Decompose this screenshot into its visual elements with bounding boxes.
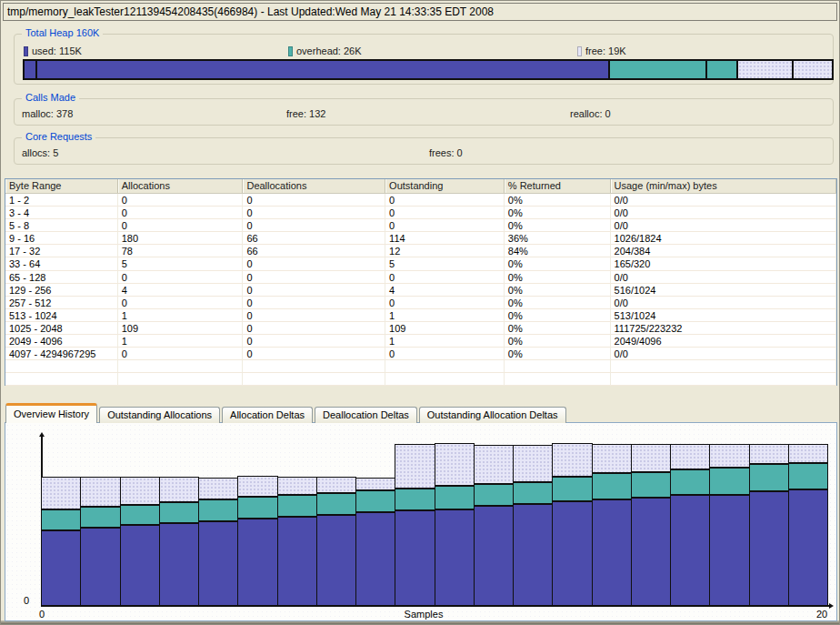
table-cell: 2049/4096 (611, 335, 836, 348)
calls-made-caption: Calls Made (22, 92, 79, 103)
chart-bar-free (513, 445, 553, 482)
y-axis-arrow-icon (39, 432, 45, 437)
column-header[interactable]: % Returned (505, 179, 611, 193)
tab-outstanding-allocations[interactable]: Outstanding Allocations (99, 407, 220, 423)
table-row[interactable] (5, 360, 836, 373)
table-cell (5, 373, 118, 386)
chart-bar-overhead (237, 497, 277, 519)
column-header[interactable]: Deallocations (243, 179, 385, 193)
table-cell: 66 (243, 232, 385, 245)
table-row[interactable]: 4097 - 42949672950000%0/0 (5, 348, 836, 360)
table-row[interactable]: 1025 - 204810901090%111725/223232 (5, 322, 836, 335)
table-cell: 4 (385, 284, 505, 297)
column-header[interactable]: Usage (min/max) bytes (611, 179, 836, 193)
chart-bar-free (631, 444, 671, 472)
chart-bar-free (435, 443, 475, 486)
chart-bar-used (159, 523, 199, 606)
table-row[interactable]: 9 - 161806611436%1026/1824 (5, 232, 836, 245)
table-cell (243, 373, 385, 386)
column-header[interactable]: Byte Range (5, 179, 118, 193)
table-row[interactable]: 17 - 3278661284%204/384 (5, 245, 836, 257)
table-cell: 65 - 128 (5, 271, 118, 284)
column-header[interactable]: Allocations (118, 179, 244, 193)
table-cell: 5 (118, 257, 244, 270)
chart-bar-free (552, 443, 592, 477)
free-swatch-icon (577, 46, 582, 56)
table-row[interactable] (5, 373, 836, 386)
table-cell: 0 (243, 322, 385, 335)
chart-bar-used (316, 515, 356, 606)
table-cell: 17 - 32 (5, 245, 118, 257)
table-cell: 109 (118, 322, 244, 335)
used-swatch-icon (24, 46, 28, 56)
heap-legend-used: used: 115K (24, 45, 82, 56)
chart-bar-overhead (631, 472, 671, 498)
chart-bar-overhead (80, 507, 120, 528)
table-cell (243, 360, 385, 373)
tab-allocation-deltas[interactable]: Allocation Deltas (222, 407, 313, 423)
table-cell: 111725/223232 (611, 322, 836, 335)
chart-bar-overhead (395, 489, 435, 510)
table-cell: 0 (385, 271, 505, 284)
chart-bar-overhead (277, 495, 317, 517)
chart-bar-overhead (355, 490, 395, 512)
chart-bar-used (120, 525, 160, 606)
chart-bar-free (198, 478, 238, 499)
table-row[interactable]: 2049 - 40961010%2049/4096 (5, 335, 836, 348)
malloc-count: malloc: 378 (22, 108, 73, 119)
x-axis-title: Samples (369, 609, 478, 620)
table-row[interactable]: 33 - 645050%165/320 (5, 257, 836, 270)
table-cell: 1 (118, 335, 244, 348)
table-cell: 0 (243, 207, 385, 219)
chart-bar-used (749, 491, 789, 606)
chart-bar-free (749, 444, 789, 464)
table-cell: 84% (505, 245, 611, 257)
overview-history-panel: 0 0 Samples 20 (5, 422, 837, 621)
table-cell: 0% (505, 348, 611, 360)
heap-legend-used-label: used: 115K (32, 45, 82, 56)
table-cell (118, 360, 244, 373)
table-cell: 0 (243, 297, 385, 309)
table-row[interactable]: 5 - 80000%0/0 (5, 219, 836, 232)
app-window: tmp/memory_leakTester121139454208435(466… (0, 0, 840, 625)
table-cell: 1025 - 2048 (5, 322, 118, 335)
table-cell: 0% (505, 257, 611, 270)
column-header[interactable]: Outstanding (385, 179, 505, 193)
table-row[interactable]: 129 - 2564040%516/1024 (5, 284, 836, 297)
table-cell: 0% (505, 297, 611, 309)
heap-bar-segment-free (792, 61, 832, 78)
chart-bar-free (670, 444, 710, 469)
heap-legend-free: free: 19K (577, 45, 626, 56)
table-cell: 0 (118, 297, 244, 309)
chart-bar-used (277, 517, 317, 606)
table-cell (385, 360, 505, 373)
table-row[interactable]: 257 - 5120000%0/0 (5, 297, 836, 309)
chart-plot: 0 0 Samples 20 (5, 423, 836, 620)
table-row[interactable]: 1 - 20000%0/0 (5, 194, 836, 207)
chart-bar-free (355, 478, 395, 490)
table-cell: 0 (243, 335, 385, 348)
table-cell (505, 360, 611, 373)
table-cell: 1 (385, 309, 505, 322)
chart-bar-overhead (709, 468, 749, 495)
byte-range-table[interactable]: Byte RangeAllocationsDeallocationsOutsta… (5, 178, 837, 386)
table-cell (505, 373, 611, 386)
table-cell: 0 (243, 271, 385, 284)
table-cell: 0 (118, 194, 244, 207)
chart-bar-overhead (592, 473, 632, 499)
table-cell: 516/1024 (611, 284, 836, 297)
chart-bar-used (670, 495, 710, 606)
table-row[interactable]: 3 - 40000%0/0 (5, 207, 836, 219)
table-row[interactable]: 65 - 1280000%0/0 (5, 271, 836, 284)
tab-outstanding-allocation-deltas[interactable]: Outstanding Allocation Deltas (419, 407, 566, 423)
chart-bar-overhead (41, 509, 81, 530)
table-header-row: Byte RangeAllocationsDeallocationsOutsta… (5, 179, 836, 194)
table-cell: 180 (118, 232, 244, 245)
chart-bar-overhead (316, 493, 356, 515)
tab-deallocation-deltas[interactable]: Deallocation Deltas (315, 407, 417, 423)
chart-bar-used (41, 530, 81, 606)
table-cell (5, 360, 118, 373)
tab-overview-history[interactable]: Overview History (5, 403, 97, 423)
core-requests-group: Core Requests allocs: 5 frees: 0 (14, 137, 834, 165)
table-row[interactable]: 513 - 10241010%513/1024 (5, 309, 836, 322)
